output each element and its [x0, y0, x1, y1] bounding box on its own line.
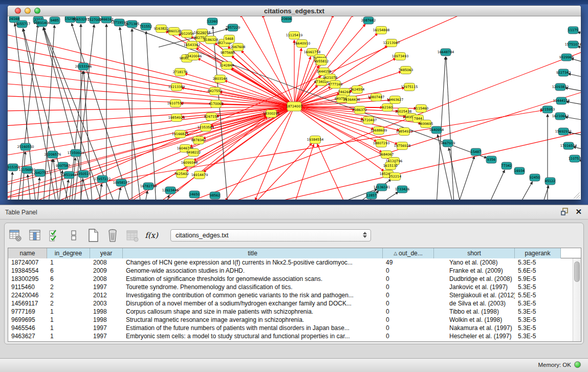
graph-node[interactable]: 19854923	[396, 128, 413, 136]
network-select-dropdown[interactable]: citations_edges.txt	[170, 229, 371, 242]
graph-node[interactable]: 11125419	[286, 32, 303, 39]
graph-node[interactable]: 15692931	[555, 128, 572, 135]
table-settings-icon[interactable]	[8, 228, 23, 243]
close-panel-icon[interactable]: ✕	[575, 208, 582, 216]
graph-node[interactable]: 15487	[471, 148, 481, 156]
graph-node[interactable]: 16210643	[552, 113, 569, 120]
graph-node[interactable]: 92450	[530, 174, 540, 181]
table-row[interactable]: 2242004622012Investigating the contribut…	[8, 291, 573, 299]
graph-node[interactable]: 25160550	[17, 143, 34, 150]
graph-node[interactable]: 1615132	[383, 162, 398, 170]
graph-node[interactable]: 12213967	[383, 39, 400, 47]
import-table-icon[interactable]	[124, 228, 140, 243]
graph-node[interactable]: 9485	[50, 17, 60, 24]
table-row[interactable]: 1456911722003Disruption of a novel membe…	[8, 299, 573, 308]
graph-node[interactable]: 9777169	[328, 81, 342, 89]
column-header-short[interactable]: short	[434, 248, 515, 258]
graph-node[interactable]: 17359924	[68, 149, 84, 157]
graph-node[interactable]: 10653287	[73, 16, 90, 23]
graph-node[interactable]: 19854925	[168, 114, 185, 122]
graph-node[interactable]: 12975115	[401, 83, 418, 91]
graph-node[interactable]: 16154808	[373, 27, 390, 34]
graph-node[interactable]: 1498222	[186, 149, 201, 157]
graph-node[interactable]: 12857	[366, 192, 377, 199]
graph-node[interactable]: 9356	[486, 156, 496, 163]
graph-node[interactable]: 14055717	[14, 20, 31, 28]
graph-node[interactable]: 77342	[502, 162, 512, 169]
graph-node[interactable]: 19384554	[307, 136, 324, 144]
select-all-icon[interactable]	[47, 228, 62, 243]
graph-node[interactable]: 19166825	[172, 130, 189, 138]
graph-node[interactable]: 8427552	[208, 87, 222, 95]
table-row[interactable]: 977716911998Corpus callosum shape and si…	[8, 308, 573, 316]
graph-node[interactable]: 16934	[514, 167, 525, 174]
graph-node[interactable]: 3242844	[220, 62, 234, 70]
graph-node[interactable]: 10958187	[113, 179, 130, 186]
column-header-name[interactable]: name	[8, 248, 47, 258]
graph-node[interactable]: 7625402	[175, 170, 189, 178]
resize-grip[interactable]	[574, 192, 580, 199]
graph-node[interactable]: 18724007	[286, 102, 303, 111]
memory-ok-indicator[interactable]	[574, 361, 581, 368]
graph-node[interactable]: 98562	[210, 192, 220, 199]
column-header-out_de[interactable]: △out_de...	[383, 248, 434, 258]
graph-node[interactable]: 9955812	[314, 58, 329, 65]
graph-node[interactable]: 20696	[281, 16, 292, 23]
graph-node[interactable]: 9329966	[559, 54, 574, 61]
graph-node[interactable]: 9699695	[419, 120, 433, 128]
table-vertical-scrollbar[interactable]	[573, 258, 581, 341]
function-builder-icon[interactable]: f(x)	[144, 228, 159, 243]
table-row[interactable]: 1872400712008Changes of HCN gene express…	[8, 258, 573, 267]
graph-node[interactable]: 7857229	[226, 24, 240, 31]
graph-node[interactable]: 9397587	[56, 162, 70, 169]
delete-table-icon[interactable]	[105, 228, 120, 243]
graph-node[interactable]: 15751074	[565, 41, 581, 48]
graph-node[interactable]: 3624554	[350, 86, 364, 94]
graph-node[interactable]: 5468	[224, 35, 235, 43]
graph-node[interactable]: 1451944	[62, 171, 76, 179]
graph-node[interactable]: 9227343	[556, 69, 571, 76]
graph-node[interactable]: 10807487	[368, 94, 385, 101]
scrollbar-thumb[interactable]	[574, 261, 580, 282]
table-row[interactable]: 1938455462009Genome-wide association stu…	[8, 267, 573, 275]
graph-node[interactable]: 10688609	[371, 127, 387, 135]
column-header-pagerank[interactable]: pagerank	[515, 248, 561, 258]
graph-node[interactable]: 4170065	[209, 100, 223, 108]
graph-node[interactable]: 8267150	[204, 113, 219, 121]
graph-node[interactable]: 7485063	[399, 67, 413, 74]
graph-node[interactable]: 2803144	[213, 75, 227, 83]
new-table-icon[interactable]	[85, 228, 101, 243]
graph-node[interactable]: 2718176	[173, 69, 187, 76]
float-panel-icon[interactable]	[561, 208, 569, 216]
rows-icon[interactable]	[66, 228, 81, 243]
graph-node[interactable]: 62160	[382, 104, 393, 112]
graph-node[interactable]: 12260	[207, 18, 217, 25]
graph-node[interactable]: 17016504	[560, 142, 577, 149]
graph-node[interactable]: 20891406	[34, 19, 51, 27]
graph-node[interactable]: 9115460	[414, 105, 428, 113]
graph-node[interactable]: 16648784	[438, 49, 454, 56]
column-header-in_degree[interactable]: in_degree	[47, 248, 90, 258]
graph-node[interactable]: 9671385	[125, 20, 139, 28]
graph-node[interactable]: 7986372	[353, 106, 367, 114]
graph-node[interactable]: 1733426	[395, 186, 409, 193]
table-row[interactable]: 946362711997Embryonic stem cells: a mode…	[8, 332, 573, 340]
graph-node[interactable]: 8186328	[204, 36, 218, 44]
graph-node[interactable]: 12923446	[162, 187, 179, 194]
graph-node[interactable]: 8912954	[180, 30, 194, 38]
graph-node[interactable]: 252214	[389, 173, 401, 181]
graph-node[interactable]: 1640954	[429, 126, 444, 134]
graph-node[interactable]: 751552	[140, 23, 152, 30]
graph-node[interactable]: 19463627	[387, 96, 404, 104]
graph-node[interactable]: 19756928	[394, 142, 411, 150]
graph-node[interactable]: 12942757	[32, 169, 49, 177]
graph-node[interactable]: 12213389	[168, 83, 185, 91]
graph-node[interactable]: 24650	[189, 191, 200, 198]
graph-node[interactable]: 8878342	[191, 137, 206, 144]
column-header-title[interactable]: title	[123, 248, 383, 258]
table-row[interactable]: 946554611997Estimation of the future num…	[8, 324, 573, 332]
graph-node[interactable]: 14136141	[374, 184, 390, 191]
graph-node[interactable]: 11175	[568, 27, 578, 34]
graph-node[interactable]: 12093832	[552, 83, 569, 91]
network-window-titlebar[interactable]: citations_edges.txt	[8, 6, 581, 16]
